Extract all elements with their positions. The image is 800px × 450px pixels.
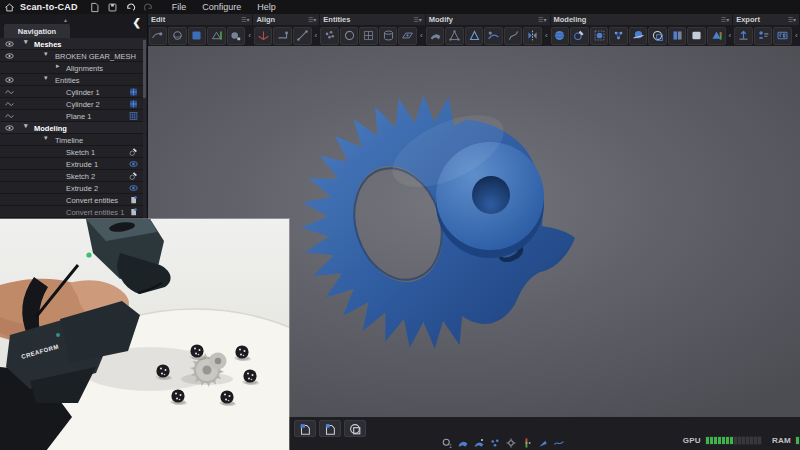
surface-display-icon[interactable]	[457, 437, 469, 448]
axis-align-button[interactable]	[254, 27, 273, 45]
tree-row-cylinder-1[interactable]: Cylinder 1	[0, 86, 147, 98]
tree-row-sketch-1[interactable]: Sketch 1	[0, 146, 147, 158]
visibility-eye-icon[interactable]	[4, 75, 15, 85]
triangle-fill-button[interactable]	[445, 27, 464, 45]
section-menu-icon[interactable]: ☰▾	[241, 17, 249, 23]
sketch-icon[interactable]	[128, 171, 139, 181]
tree-row-modeling[interactable]: ▾Modeling	[0, 122, 147, 134]
mesh-smooth-button[interactable]	[484, 27, 503, 45]
prism-analysis-button[interactable]	[707, 27, 726, 45]
tab-navigation[interactable]: Navigation	[4, 24, 70, 38]
mirror-split-button[interactable]	[523, 27, 542, 45]
mesh-deviation-button[interactable]	[207, 27, 226, 45]
surface-fit-button[interactable]	[629, 27, 648, 45]
tree-row-convert-entities[interactable]: Convert entities	[0, 194, 147, 206]
split-body-button[interactable]	[668, 27, 687, 45]
triangle-outline-button[interactable]	[465, 27, 484, 45]
rotate-object-button[interactable]	[168, 27, 187, 45]
probe-sphere-button[interactable]	[227, 27, 246, 45]
entity-wave-icon[interactable]	[4, 99, 15, 109]
pin-icon[interactable]: ▴	[64, 16, 67, 23]
expander-icon[interactable]: ▾	[44, 74, 48, 82]
point-cluster-button[interactable]	[320, 27, 339, 45]
share-model-button[interactable]	[754, 27, 773, 45]
select-area-button[interactable]	[188, 27, 207, 45]
convert-page-alt-button[interactable]	[319, 420, 341, 437]
display-settings-icon[interactable]	[505, 437, 517, 448]
home-icon[interactable]	[2, 1, 16, 13]
menu-configure[interactable]: Configure	[194, 2, 249, 12]
line-align-button[interactable]	[293, 27, 312, 45]
plane-align-button[interactable]	[273, 27, 292, 45]
tree-row-cylinder-2[interactable]: Cylinder 2	[0, 98, 147, 110]
collapse-group-icon[interactable]: ‹	[417, 27, 425, 45]
grid-icon[interactable]	[128, 111, 139, 121]
tree-row-meshes[interactable]: ▾Meshes	[0, 38, 147, 50]
expander-icon[interactable]: ▾	[24, 38, 28, 46]
tree-row-timeline[interactable]: ▾Timeline	[0, 134, 147, 146]
expander-icon[interactable]: ▾	[44, 134, 48, 142]
sketch-tool-button[interactable]	[570, 27, 589, 45]
collapse-group-icon[interactable]: ‹	[792, 27, 800, 45]
tree-row-broken-gear-mesh[interactable]: ▾BROKEN GEAR_MESH	[0, 50, 147, 62]
export-cad-button[interactable]	[773, 27, 792, 45]
expander-icon[interactable]: ▾	[24, 122, 28, 130]
patch-surface-button[interactable]	[426, 27, 445, 45]
tree-row-plane-1[interactable]: Plane 1	[0, 110, 147, 122]
menu-help[interactable]: Help	[249, 2, 284, 12]
expander-icon[interactable]: ▸	[56, 62, 60, 70]
tree-row-alignments[interactable]: ▸Alignments	[0, 62, 147, 74]
collapse-group-icon[interactable]: ‹	[312, 27, 320, 45]
lasso-select-button[interactable]	[344, 420, 366, 437]
spotlight-icon[interactable]	[537, 437, 549, 448]
grid-entity-button[interactable]	[359, 27, 378, 45]
tree-row-convert-entities-1[interactable]: Convert entities 1	[0, 206, 147, 218]
extrude-icon[interactable]	[128, 183, 139, 193]
collapse-panel-icon[interactable]: ❮	[133, 18, 141, 28]
tree-row-sketch-2[interactable]: Sketch 2	[0, 170, 147, 182]
curve-edit-button[interactable]	[504, 27, 523, 45]
collapse-group-icon[interactable]: ‹	[542, 27, 550, 45]
entity-wave-icon[interactable]	[4, 111, 15, 121]
sketch-icon[interactable]	[128, 147, 139, 157]
freeform-cage-button[interactable]	[590, 27, 609, 45]
color-scale-icon[interactable]	[521, 437, 533, 448]
snap-options-icon[interactable]: 1	[441, 437, 453, 448]
undo-icon[interactable]	[124, 1, 138, 13]
section-menu-icon[interactable]: ☰▾	[538, 17, 546, 23]
cylinder-entity-button[interactable]	[379, 27, 398, 45]
redo-icon[interactable]	[142, 1, 156, 13]
tree-row-extrude-2[interactable]: Extrude 2	[0, 182, 147, 194]
expander-icon[interactable]: ▾	[44, 50, 48, 58]
section-menu-icon[interactable]: ☰▾	[788, 17, 796, 23]
lasso-trim-button[interactable]	[648, 27, 667, 45]
section-menu-icon[interactable]: ☰▾	[413, 17, 421, 23]
circle-entity-button[interactable]	[340, 27, 359, 45]
sphere-primitive-button[interactable]	[551, 27, 570, 45]
collapse-group-icon[interactable]: ‹	[726, 27, 734, 45]
visibility-eye-icon[interactable]	[4, 123, 15, 133]
extrude-icon[interactable]	[128, 159, 139, 169]
sidebar-scrollbar[interactable]	[143, 40, 146, 220]
surface-plane-button[interactable]	[687, 27, 706, 45]
visibility-eye-icon[interactable]	[4, 39, 15, 49]
entity-wave-icon[interactable]	[4, 87, 15, 97]
save-icon[interactable]	[106, 1, 120, 13]
convert-icon[interactable]	[128, 195, 139, 205]
point-mesh-button[interactable]	[609, 27, 628, 45]
smooth-shading-icon[interactable]	[473, 437, 485, 448]
plane-entity-button[interactable]	[398, 27, 417, 45]
tree-row-extrude-1[interactable]: Extrude 1	[0, 158, 147, 170]
convert-page-button[interactable]	[294, 420, 316, 437]
section-menu-icon[interactable]: ☰▾	[308, 17, 316, 23]
menu-file[interactable]: File	[164, 2, 195, 12]
new-document-icon[interactable]	[88, 1, 102, 13]
collapse-group-icon[interactable]: ‹	[246, 27, 254, 45]
convert-icon[interactable]	[128, 207, 139, 217]
section-menu-icon[interactable]: ☰▾	[721, 17, 729, 23]
spline-display-icon[interactable]	[553, 437, 565, 448]
cube-grid-icon[interactable]	[128, 99, 139, 109]
smooth-brush-button[interactable]	[149, 27, 168, 45]
visibility-eye-icon[interactable]	[4, 51, 15, 61]
export-mesh-button[interactable]	[734, 27, 753, 45]
